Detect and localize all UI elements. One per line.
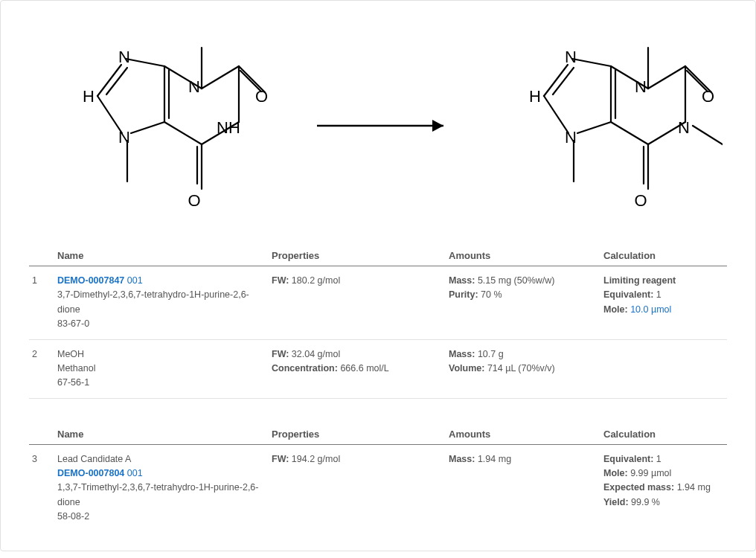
compound-abbr: MeOH: [57, 349, 84, 359]
col-properties: Properties: [269, 244, 446, 266]
svg-line-37: [693, 126, 723, 144]
compound-id-link[interactable]: DEMO-0007804: [57, 468, 124, 478]
row-index: 3: [29, 444, 54, 531]
product-structure: N N N N O O H: [499, 22, 723, 232]
reactant-structure: N N N NH O O H: [45, 22, 269, 232]
table-row: 3 Lead Candidate A DEMO-0007804 001 1,3,…: [29, 444, 727, 531]
svg-text:O: O: [634, 191, 647, 210]
col-name: Name: [54, 423, 269, 445]
mole-value: 9.99 µmol: [630, 468, 671, 478]
fw-value: 32.04 g/mol: [292, 349, 340, 359]
volume-value: 714 µL (70%v/v): [487, 363, 555, 373]
mass-value: 1.94 mg: [478, 454, 511, 464]
svg-text:NH: NH: [217, 118, 240, 137]
col-amounts: Amounts: [446, 423, 600, 445]
col-calculation: Calculation: [600, 423, 727, 445]
cas-number: 67-56-1: [57, 377, 89, 388]
svg-text:N: N: [635, 77, 647, 96]
compound-id-suffix[interactable]: 001: [127, 275, 143, 286]
compound-name: Methanol: [57, 363, 95, 373]
svg-text:N: N: [118, 128, 130, 147]
col-name: Name: [54, 244, 269, 266]
svg-text:N: N: [678, 118, 690, 137]
lead-name: Lead Candidate A: [57, 454, 131, 464]
products-table: Name Properties Amounts Calculation 3 Le…: [29, 423, 727, 532]
fw-value: 194.2 g/mol: [292, 454, 340, 464]
fw-value: 180.2 g/mol: [292, 275, 340, 286]
compound-id-link[interactable]: DEMO-0007847: [57, 275, 124, 286]
reactants-table: Name Properties Amounts Calculation 1 DE…: [29, 244, 727, 399]
cas-number: 83-67-0: [57, 318, 89, 329]
compound-id-suffix[interactable]: 001: [127, 468, 143, 478]
mole-value-link[interactable]: 10.0 µmol: [630, 304, 671, 315]
concentration-value: 666.6 mol/L: [340, 363, 388, 373]
purity-value: 70 %: [481, 289, 502, 300]
col-calculation: Calculation: [600, 244, 727, 266]
svg-text:H: H: [529, 87, 541, 106]
svg-text:H: H: [83, 87, 94, 106]
iupac-name: 3,7-Dimethyl-2,3,6,7-tetrahydro-1H-purin…: [57, 289, 249, 314]
row-index: 1: [29, 266, 54, 340]
svg-line-6: [164, 122, 202, 144]
cas-number: 58-08-2: [57, 511, 89, 522]
svg-line-16: [131, 122, 164, 133]
equivalent-value: 1: [656, 289, 662, 300]
svg-line-33: [611, 122, 648, 144]
limiting-reagent-label: Limiting reagent: [603, 275, 676, 286]
reaction-sheet: N N N NH O O H: [0, 0, 756, 551]
svg-text:N: N: [565, 48, 577, 66]
reaction-scheme: N N N NH O O H: [8, 8, 748, 240]
reaction-arrow-icon: [313, 111, 455, 143]
svg-text:O: O: [188, 191, 200, 210]
col-properties: Properties: [269, 423, 446, 445]
row-index: 2: [29, 339, 54, 398]
svg-text:O: O: [255, 87, 268, 106]
expected-mass-value: 1.94 mg: [677, 482, 711, 493]
svg-line-44: [577, 122, 611, 133]
mass-value: 10.7 g: [478, 349, 504, 359]
svg-marker-26: [432, 120, 443, 132]
svg-text:N: N: [118, 48, 130, 66]
mass-value: 5.15 mg (50%w/w): [478, 275, 555, 286]
svg-line-28: [648, 66, 685, 89]
equivalent-value: 1: [656, 454, 662, 464]
svg-text:N: N: [188, 77, 200, 96]
svg-line-40: [572, 59, 611, 66]
iupac-name: 1,3,7-Trimethyl-2,3,6,7-tetrahydro-1H-pu…: [57, 482, 258, 507]
svg-line-1: [202, 66, 239, 89]
svg-line-12: [126, 59, 164, 66]
svg-text:O: O: [702, 87, 714, 106]
table-row: 2 MeOH Methanol 67-56-1 FW: 32.04 g/mol …: [29, 339, 727, 398]
table-row: 1 DEMO-0007847 001 3,7-Dimethyl-2,3,6,7-…: [29, 266, 727, 340]
svg-text:N: N: [565, 128, 577, 147]
yield-value: 99.9 %: [631, 497, 660, 507]
col-amounts: Amounts: [446, 244, 600, 266]
